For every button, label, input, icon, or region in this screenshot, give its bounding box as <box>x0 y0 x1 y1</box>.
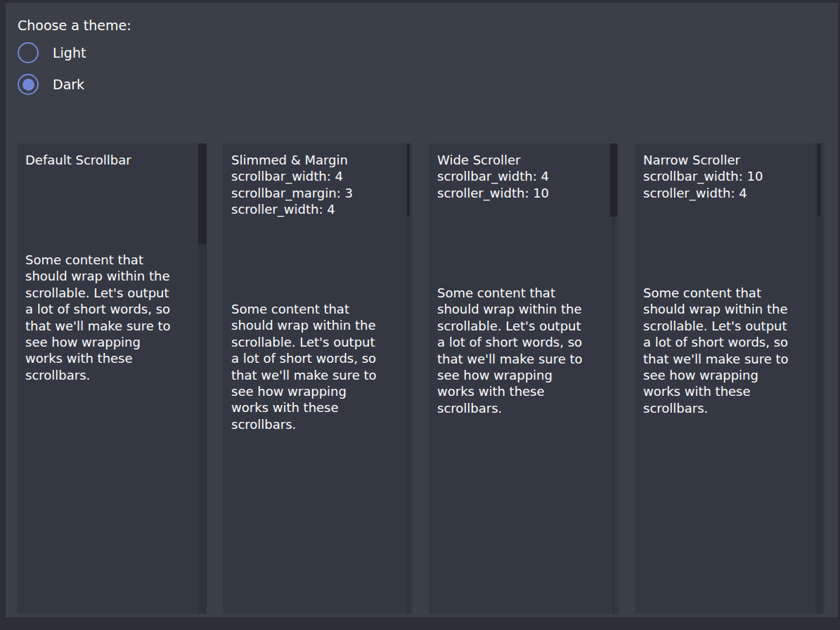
panel-param: scroller_width: 4 <box>643 185 813 201</box>
radio-option-dark[interactable]: Dark <box>18 74 84 95</box>
scrollbar-thumb[interactable] <box>818 143 820 216</box>
app-window: Choose a theme: Light Dark Default Scrol… <box>6 3 838 617</box>
section-divider <box>299 119 543 120</box>
panel-content: Some content that should wrap within the… <box>231 301 407 432</box>
panel-title: Narrow Scroller <box>643 152 813 168</box>
scroll-panel-slimmed-margin[interactable]: Slimmed & Margin scrollbar_width: 4 scro… <box>223 143 413 614</box>
panel-title: Wide Scroller <box>437 152 607 168</box>
radio-button-icon[interactable] <box>18 42 39 63</box>
scroll-panel-wide-scroller[interactable]: Wide Scroller scrollbar_width: 4 scrolle… <box>429 143 619 614</box>
panel-title: Slimmed & Margin <box>231 152 401 168</box>
panel-content: Some content that should wrap within the… <box>25 252 201 383</box>
panel-content: Some content that should wrap within the… <box>643 285 819 416</box>
scrollbar-thumb[interactable] <box>198 143 207 244</box>
panel-content: Some content that should wrap within the… <box>437 285 613 416</box>
panel-param: scrollbar_width: 4 <box>231 168 401 184</box>
radio-button-selected-icon[interactable] <box>18 74 39 95</box>
theme-chooser-label: Choose a theme: <box>18 18 131 33</box>
panel-title: Default Scrollbar <box>25 152 195 168</box>
panel-header: Default Scrollbar <box>25 152 195 168</box>
scroll-panel-narrow-scroller[interactable]: Narrow Scroller scrollbar_width: 10 scro… <box>635 143 825 614</box>
panel-header: Slimmed & Margin scrollbar_width: 4 scro… <box>231 152 401 218</box>
scrollbar-thumb[interactable] <box>610 143 617 217</box>
panel-param: scrollbar_width: 10 <box>643 168 813 184</box>
scrollbar-thumb[interactable] <box>407 143 410 216</box>
scroll-panel-default[interactable]: Default Scrollbar Some content that shou… <box>17 143 207 614</box>
panel-header: Wide Scroller scrollbar_width: 4 scrolle… <box>437 152 607 201</box>
radio-label-dark: Dark <box>53 74 84 95</box>
panel-param: scroller_width: 4 <box>231 201 401 217</box>
panel-param: scrollbar_width: 4 <box>437 168 607 184</box>
radio-label-light: Light <box>53 42 86 63</box>
radio-option-light[interactable]: Light <box>18 42 86 63</box>
panel-param: scrollbar_margin: 3 <box>231 185 401 201</box>
panel-param: scroller_width: 10 <box>437 185 607 201</box>
panel-header: Narrow Scroller scrollbar_width: 10 scro… <box>643 152 813 201</box>
radio-dot <box>22 79 34 91</box>
